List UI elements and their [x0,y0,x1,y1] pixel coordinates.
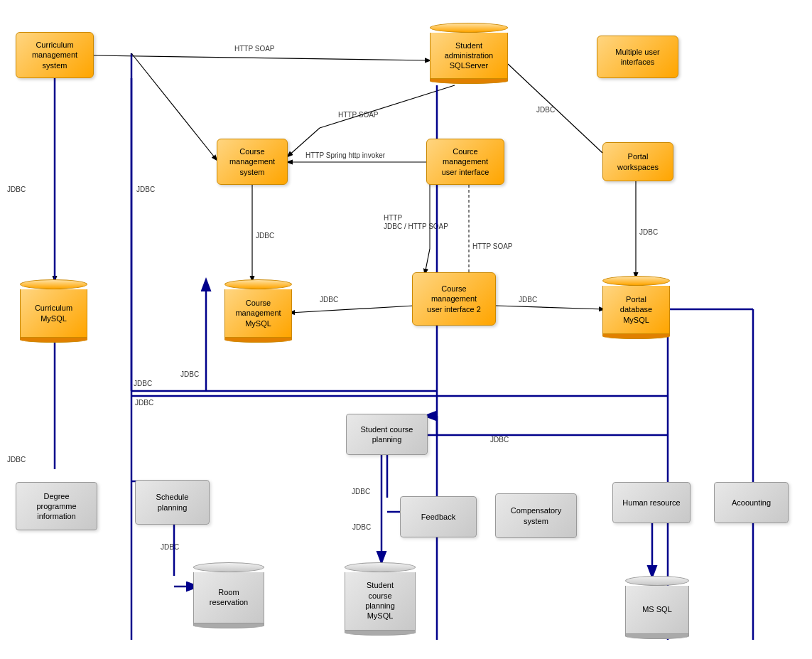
human-resource: Human resource [612,482,691,523]
svg-line-26 [131,53,217,160]
cylinder-top-portal [602,276,670,286]
course-mgmt-label: Course management system [229,146,275,177]
compensatory-system: Compensatory system [495,493,577,538]
svg-text:HTTP SOAP: HTTP SOAP [234,45,275,53]
cource-management-user-interface: Cource management user interface [426,139,504,185]
svg-line-0 [94,55,430,60]
cylinder-bottom [430,78,508,84]
svg-text:JDBC: JDBC [134,380,152,387]
svg-text:JDBC: JDBC [320,296,338,304]
svg-text:JDBC: JDBC [7,186,26,193]
ms-sql-label: MS SQL [642,604,672,614]
cylinder-top-room [193,562,264,572]
student-admin-label: Student administration SQLServer [445,41,493,71]
cylinder-bottom-portal [602,333,670,339]
curriculum-mysql-label: Curriculum MySQL [35,303,72,323]
room-reservation: Room reservation [193,559,264,631]
svg-text:JDBC: JDBC [352,523,371,531]
svg-text:JDBC: JDBC [490,436,509,444]
accounting-label: Acoounting [732,498,771,508]
curriculum-mgmt-label: Curriculum management system [32,40,77,70]
cylinder-body-cm: Course management MySQL [224,289,292,338]
course-management-ui2: Course management user interface 2 [412,272,496,326]
degree-programme-information: Degree programme information [16,482,97,530]
cylinder-bottom-room [193,623,264,628]
svg-text:JDBC: JDBC [352,488,370,495]
svg-text:JDBC: JDBC [536,106,555,114]
cylinder-body: Student administration SQLServer [430,33,508,79]
svg-text:JDBC: JDBC [136,186,155,193]
schedule-planning: Schedule planning [135,480,210,525]
svg-line-13 [496,306,604,309]
cylinder-top-cm [224,279,292,289]
svg-text:HTTP: HTTP [384,214,402,222]
cylinder-top [430,23,508,33]
svg-text:JDBC: JDBC [135,399,153,407]
curriculum-mysql: Curriculum MySQL [20,277,87,345]
portal-workspaces-label: Portal workspaces [617,151,659,172]
course-management-mysql: Course management MySQL [224,277,292,345]
cylinder-bottom-cm [224,337,292,343]
degree-prog-info-label: Degree programme information [36,491,76,522]
svg-text:JDBC: JDBC [639,228,658,236]
svg-text:JDBC: JDBC [7,456,26,464]
cylinder-bottom-curriculum [20,337,87,343]
feedback: Feedback [400,496,477,537]
student-course-mysql-label: Student course planning MySQL [365,580,395,621]
student-administration-db: Student administration SQLServer [430,21,508,85]
compensatory-system-label: Compensatory system [511,505,562,526]
svg-text:HTTP Spring http invoker: HTTP Spring http invoker [305,151,386,159]
multiple-user-interfaces: Multiple user interfaces [597,36,678,78]
cylinder-bottom-mssql [625,633,689,639]
svg-line-5 [288,128,320,156]
portal-db-mysql-label: Portal database MySQL [620,294,652,325]
svg-text:JDBC: JDBC [180,370,199,378]
cylinder-body-portal: Portal database MySQL [602,286,670,334]
cylinder-body-curriculum: Curriculum MySQL [20,289,87,338]
cylinder-body-mssql: MS SQL [625,586,689,634]
human-resource-label: Human resource [622,498,680,508]
room-reservation-label: Room reservation [210,587,248,608]
student-course-planning-label: Student course planning [361,424,413,445]
course-mgmt-mysql-label: Course management MySQL [235,298,281,328]
svg-line-11 [290,306,414,313]
portal-workspaces: Portal workspaces [602,142,673,181]
accounting: Acoounting [714,482,789,523]
cylinder-top-mssql [625,576,689,586]
svg-text:JDBC / HTTP SOAP: JDBC / HTTP SOAP [384,223,448,230]
cylinder-top-curriculum [20,279,87,289]
course-mgmt-ui2-label: Course management user interface 2 [427,284,481,314]
svg-text:JDBC: JDBC [161,543,179,551]
schedule-planning-label: Schedule planning [156,492,189,513]
svg-text:JDBC: JDBC [519,296,537,304]
student-course-mysql: Student course planning MySQL [345,559,416,638]
cylinder-bottom-scm [345,630,416,636]
student-course-planning: Student course planning [346,414,428,455]
diagram-container: HTTP SOAP HTTP Spring http invoker HTTP … [0,0,812,659]
svg-line-17 [508,64,602,153]
multiple-ui-label: Multiple user interfaces [615,47,659,68]
ms-sql: MS SQL [625,574,689,641]
svg-line-20 [425,249,430,274]
svg-text:JDBC: JDBC [256,232,274,240]
svg-text:HTTP SOAP: HTTP SOAP [338,111,379,119]
course-management-system: Course management system [217,139,288,185]
portal-database-mysql: Portal database MySQL [602,274,670,341]
cylinder-body-scm: Student course planning MySQL [345,572,416,631]
cylinder-body-room: Room reservation [193,572,264,623]
svg-line-4 [320,85,455,128]
curriculum-management-system: Curriculum management system [16,32,94,78]
cylinder-top-scm [345,562,416,572]
cource-mgmt-ui-label: Cource management user interface [442,146,489,177]
svg-text:HTTP SOAP: HTTP SOAP [472,242,513,250]
feedback-label: Feedback [421,512,455,522]
